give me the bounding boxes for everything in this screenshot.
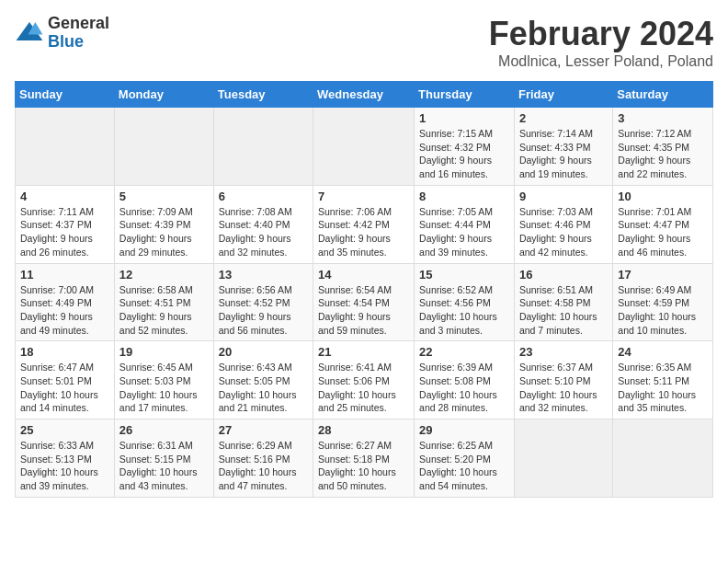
day-number: 6 [219,190,308,203]
calendar-cell: 25Sunrise: 6:33 AMSunset: 5:13 PMDayligh… [16,419,115,498]
calendar-cell: 17Sunrise: 6:49 AMSunset: 4:59 PMDayligh… [613,263,713,341]
day-info: Sunrise: 6:45 AMSunset: 5:03 PMDaylight:… [119,361,209,415]
calendar-cell: 22Sunrise: 6:39 AMSunset: 5:08 PMDayligh… [415,341,515,419]
day-number: 3 [618,111,708,125]
day-number: 8 [419,190,509,203]
calendar-cell [213,108,313,186]
day-info: Sunrise: 6:54 AMSunset: 4:54 PMDaylight:… [318,283,409,338]
day-info: Sunrise: 6:39 AMSunset: 5:08 PMDaylight:… [419,361,509,415]
day-info: Sunrise: 7:00 AMSunset: 4:49 PMDaylight:… [20,283,109,338]
subtitle: Modlnica, Lesser Poland, Poland [489,53,713,70]
day-info: Sunrise: 6:49 AMSunset: 4:59 PMDaylight:… [618,283,708,338]
header-monday: Monday [114,82,213,108]
calendar-cell: 11Sunrise: 7:00 AMSunset: 4:49 PMDayligh… [16,263,115,341]
day-number: 2 [519,111,608,125]
day-info: Sunrise: 6:29 AMSunset: 5:16 PMDaylight:… [219,439,308,493]
calendar-cell: 24Sunrise: 6:35 AMSunset: 5:11 PMDayligh… [613,341,713,419]
day-number: 25 [20,423,109,437]
calendar-table: SundayMondayTuesdayWednesdayThursdayFrid… [15,81,713,498]
day-number: 13 [219,268,308,282]
calendar-week-row: 18Sunrise: 6:47 AMSunset: 5:01 PMDayligh… [16,341,713,419]
day-info: Sunrise: 7:11 AMSunset: 4:37 PMDaylight:… [20,205,109,259]
day-info: Sunrise: 6:52 AMSunset: 4:56 PMDaylight:… [419,283,509,338]
main-title: February 2024 [489,15,713,53]
calendar-cell: 9Sunrise: 7:03 AMSunset: 4:46 PMDaylight… [514,185,612,263]
calendar-cell [114,108,213,186]
day-number: 19 [119,345,209,359]
title-section: February 2024 Modlnica, Lesser Poland, P… [489,15,713,70]
day-number: 29 [419,423,509,437]
calendar-cell: 13Sunrise: 6:56 AMSunset: 4:52 PMDayligh… [213,263,313,341]
day-info: Sunrise: 7:08 AMSunset: 4:40 PMDaylight:… [219,205,308,259]
day-info: Sunrise: 6:35 AMSunset: 5:11 PMDaylight:… [618,361,708,415]
calendar-week-row: 4Sunrise: 7:11 AMSunset: 4:37 PMDaylight… [16,185,713,263]
logo-icon [15,18,44,48]
day-info: Sunrise: 7:14 AMSunset: 4:33 PMDaylight:… [519,127,608,181]
calendar-header-row: SundayMondayTuesdayWednesdayThursdayFrid… [16,82,713,108]
day-info: Sunrise: 6:58 AMSunset: 4:51 PMDaylight:… [119,283,209,338]
day-number: 28 [318,423,409,437]
calendar-cell: 1Sunrise: 7:15 AMSunset: 4:32 PMDaylight… [415,108,515,186]
day-info: Sunrise: 6:43 AMSunset: 5:05 PMDaylight:… [219,361,308,415]
day-number: 7 [318,190,409,203]
calendar-cell [313,108,415,186]
calendar-cell: 18Sunrise: 6:47 AMSunset: 5:01 PMDayligh… [16,341,115,419]
day-number: 16 [519,268,608,282]
calendar-cell: 27Sunrise: 6:29 AMSunset: 5:16 PMDayligh… [213,419,313,498]
header-friday: Friday [514,82,612,108]
calendar-cell: 23Sunrise: 6:37 AMSunset: 5:10 PMDayligh… [514,341,612,419]
calendar-cell: 3Sunrise: 7:12 AMSunset: 4:35 PMDaylight… [613,108,713,186]
day-number: 20 [219,345,308,359]
calendar-cell: 2Sunrise: 7:14 AMSunset: 4:33 PMDaylight… [514,108,612,186]
day-info: Sunrise: 6:47 AMSunset: 5:01 PMDaylight:… [20,361,109,415]
calendar-cell: 16Sunrise: 6:51 AMSunset: 4:58 PMDayligh… [514,263,612,341]
day-info: Sunrise: 6:33 AMSunset: 5:13 PMDaylight:… [20,439,109,493]
calendar-week-row: 25Sunrise: 6:33 AMSunset: 5:13 PMDayligh… [16,419,713,498]
day-number: 24 [618,345,708,359]
logo-text: General Blue [48,15,109,52]
header-saturday: Saturday [613,82,713,108]
day-info: Sunrise: 7:12 AMSunset: 4:35 PMDaylight:… [618,127,708,181]
calendar-cell [16,108,115,186]
day-number: 1 [419,111,509,125]
day-info: Sunrise: 6:25 AMSunset: 5:20 PMDaylight:… [419,439,509,493]
calendar-cell: 20Sunrise: 6:43 AMSunset: 5:05 PMDayligh… [213,341,313,419]
day-number: 23 [519,345,608,359]
day-info: Sunrise: 6:51 AMSunset: 4:58 PMDaylight:… [519,283,608,338]
calendar-cell: 7Sunrise: 7:06 AMSunset: 4:42 PMDaylight… [313,185,415,263]
day-number: 22 [419,345,509,359]
calendar-cell: 10Sunrise: 7:01 AMSunset: 4:47 PMDayligh… [613,185,713,263]
day-info: Sunrise: 6:31 AMSunset: 5:15 PMDaylight:… [119,439,209,493]
day-info: Sunrise: 6:41 AMSunset: 5:06 PMDaylight:… [318,361,409,415]
day-number: 17 [618,268,708,282]
calendar-cell: 29Sunrise: 6:25 AMSunset: 5:20 PMDayligh… [415,419,515,498]
calendar-cell: 8Sunrise: 7:05 AMSunset: 4:44 PMDaylight… [415,185,515,263]
calendar-week-row: 1Sunrise: 7:15 AMSunset: 4:32 PMDaylight… [16,108,713,186]
day-number: 11 [20,268,109,282]
header-wednesday: Wednesday [313,82,415,108]
calendar-cell: 19Sunrise: 6:45 AMSunset: 5:03 PMDayligh… [114,341,213,419]
day-number: 26 [119,423,209,437]
calendar-cell: 12Sunrise: 6:58 AMSunset: 4:51 PMDayligh… [114,263,213,341]
day-number: 27 [219,423,308,437]
calendar-cell: 4Sunrise: 7:11 AMSunset: 4:37 PMDaylight… [16,185,115,263]
day-info: Sunrise: 6:56 AMSunset: 4:52 PMDaylight:… [219,283,308,338]
logo: General Blue [15,15,109,52]
day-number: 21 [318,345,409,359]
day-number: 10 [618,190,708,203]
page-header: General Blue February 2024 Modlnica, Les… [15,15,713,70]
day-number: 12 [119,268,209,282]
calendar-cell: 5Sunrise: 7:09 AMSunset: 4:39 PMDaylight… [114,185,213,263]
calendar-cell: 26Sunrise: 6:31 AMSunset: 5:15 PMDayligh… [114,419,213,498]
calendar-week-row: 11Sunrise: 7:00 AMSunset: 4:49 PMDayligh… [16,263,713,341]
day-info: Sunrise: 7:05 AMSunset: 4:44 PMDaylight:… [419,205,509,259]
header-sunday: Sunday [16,82,115,108]
day-number: 5 [119,190,209,203]
day-info: Sunrise: 7:09 AMSunset: 4:39 PMDaylight:… [119,205,209,259]
day-info: Sunrise: 7:06 AMSunset: 4:42 PMDaylight:… [318,205,409,259]
calendar-cell: 6Sunrise: 7:08 AMSunset: 4:40 PMDaylight… [213,185,313,263]
day-number: 15 [419,268,509,282]
day-info: Sunrise: 6:37 AMSunset: 5:10 PMDaylight:… [519,361,608,415]
day-info: Sunrise: 7:15 AMSunset: 4:32 PMDaylight:… [419,127,509,181]
day-info: Sunrise: 6:27 AMSunset: 5:18 PMDaylight:… [318,439,409,493]
